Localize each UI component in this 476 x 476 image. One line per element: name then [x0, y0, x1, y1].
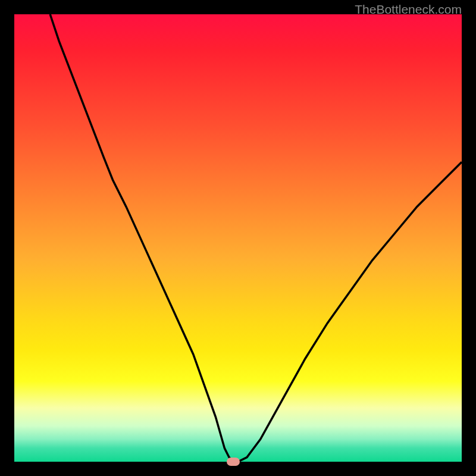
attribution-text: TheBottleneck.com	[355, 2, 462, 17]
optimal-point-marker	[227, 458, 240, 466]
chart-container: TheBottleneck.com	[0, 0, 476, 476]
plot-area	[14, 14, 462, 462]
bottleneck-curve	[14, 14, 462, 462]
